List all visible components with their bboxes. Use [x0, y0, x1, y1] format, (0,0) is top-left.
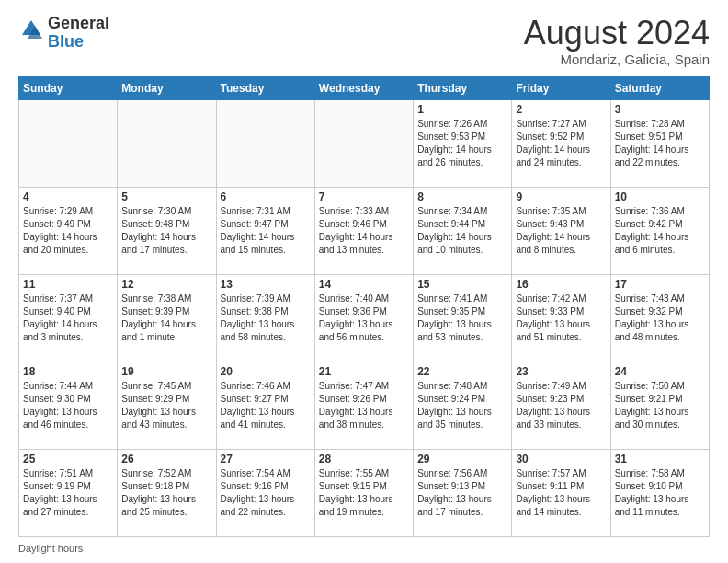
calendar-week-2: 4Sunrise: 7:29 AMSunset: 9:49 PMDaylight… — [19, 187, 710, 274]
logo-text: General Blue — [48, 15, 109, 52]
day-info: Sunrise: 7:50 AMSunset: 9:21 PMDaylight:… — [615, 380, 705, 431]
calendar-week-3: 11Sunrise: 7:37 AMSunset: 9:40 PMDayligh… — [19, 274, 710, 362]
day-info: Sunrise: 7:38 AMSunset: 9:39 PMDaylight:… — [121, 293, 211, 344]
day-info: Sunrise: 7:27 AMSunset: 9:52 PMDaylight:… — [516, 118, 606, 169]
day-number: 8 — [417, 190, 507, 203]
footer: Daylight hours — [18, 543, 710, 554]
logo-blue: Blue — [48, 33, 109, 52]
calendar-cell: 29Sunrise: 7:56 AMSunset: 9:13 PMDayligh… — [414, 449, 512, 536]
calendar-cell: 30Sunrise: 7:57 AMSunset: 9:11 PMDayligh… — [512, 449, 610, 536]
day-number: 23 — [516, 365, 606, 378]
day-number: 7 — [319, 190, 409, 203]
day-number: 20 — [221, 365, 311, 378]
calendar-cell: 2Sunrise: 7:27 AMSunset: 9:52 PMDaylight… — [512, 99, 610, 187]
calendar-header-tuesday: Tuesday — [216, 76, 314, 99]
day-number: 14 — [319, 278, 409, 291]
day-info: Sunrise: 7:36 AMSunset: 9:42 PMDaylight:… — [615, 205, 705, 257]
calendar-cell: 21Sunrise: 7:47 AMSunset: 9:26 PMDayligh… — [314, 362, 413, 449]
day-number: 25 — [23, 453, 113, 465]
logo-icon — [18, 17, 44, 42]
calendar-week-5: 25Sunrise: 7:51 AMSunset: 9:19 PMDayligh… — [19, 449, 710, 536]
calendar-header-monday: Monday — [118, 76, 216, 99]
day-number: 28 — [319, 453, 409, 465]
footer-label: Daylight hours — [18, 543, 83, 554]
day-info: Sunrise: 7:51 AMSunset: 9:19 PMDaylight:… — [23, 467, 113, 519]
day-info: Sunrise: 7:52 AMSunset: 9:18 PMDaylight:… — [121, 467, 211, 519]
calendar-cell: 6Sunrise: 7:31 AMSunset: 9:47 PMDaylight… — [216, 187, 314, 274]
day-number: 27 — [221, 453, 311, 465]
day-info: Sunrise: 7:55 AMSunset: 9:15 PMDaylight:… — [319, 467, 409, 519]
day-number: 18 — [23, 365, 113, 378]
calendar-header-thursday: Thursday — [414, 76, 512, 99]
calendar-cell: 13Sunrise: 7:39 AMSunset: 9:38 PMDayligh… — [216, 274, 314, 362]
day-info: Sunrise: 7:49 AMSunset: 9:23 PMDaylight:… — [516, 380, 606, 431]
calendar-cell: 20Sunrise: 7:46 AMSunset: 9:27 PMDayligh… — [216, 362, 314, 449]
day-number: 13 — [221, 278, 311, 291]
header: General Blue August 2024 Mondariz, Galic… — [18, 15, 710, 67]
calendar-cell: 18Sunrise: 7:44 AMSunset: 9:30 PMDayligh… — [19, 362, 118, 449]
day-info: Sunrise: 7:44 AMSunset: 9:30 PMDaylight:… — [23, 380, 113, 431]
day-info: Sunrise: 7:58 AMSunset: 9:10 PMDaylight:… — [615, 467, 705, 519]
day-info: Sunrise: 7:48 AMSunset: 9:24 PMDaylight:… — [417, 380, 507, 431]
day-info: Sunrise: 7:54 AMSunset: 9:16 PMDaylight:… — [221, 467, 311, 519]
calendar-header-sunday: Sunday — [19, 76, 118, 99]
day-number: 1 — [417, 103, 507, 116]
day-number: 11 — [23, 278, 113, 291]
day-number: 16 — [516, 278, 606, 291]
day-info: Sunrise: 7:46 AMSunset: 9:27 PMDaylight:… — [221, 380, 311, 431]
calendar-cell: 17Sunrise: 7:43 AMSunset: 9:32 PMDayligh… — [610, 274, 709, 362]
day-info: Sunrise: 7:41 AMSunset: 9:35 PMDaylight:… — [417, 293, 507, 344]
calendar-cell: 12Sunrise: 7:38 AMSunset: 9:39 PMDayligh… — [118, 274, 216, 362]
day-number: 4 — [23, 190, 113, 203]
day-info: Sunrise: 7:28 AMSunset: 9:51 PMDaylight:… — [615, 118, 705, 169]
day-number: 2 — [516, 103, 606, 116]
day-info: Sunrise: 7:42 AMSunset: 9:33 PMDaylight:… — [516, 293, 606, 344]
day-info: Sunrise: 7:37 AMSunset: 9:40 PMDaylight:… — [23, 293, 113, 344]
calendar-cell: 10Sunrise: 7:36 AMSunset: 9:42 PMDayligh… — [610, 187, 709, 274]
calendar-cell — [19, 99, 118, 187]
calendar-week-4: 18Sunrise: 7:44 AMSunset: 9:30 PMDayligh… — [19, 362, 710, 449]
calendar-header-saturday: Saturday — [610, 76, 709, 99]
day-number: 17 — [615, 278, 705, 291]
day-info: Sunrise: 7:56 AMSunset: 9:13 PMDaylight:… — [417, 467, 507, 519]
day-info: Sunrise: 7:29 AMSunset: 9:49 PMDaylight:… — [23, 205, 113, 257]
calendar-cell: 9Sunrise: 7:35 AMSunset: 9:43 PMDaylight… — [512, 187, 610, 274]
month-title: August 2024 — [524, 15, 710, 52]
day-info: Sunrise: 7:33 AMSunset: 9:46 PMDaylight:… — [319, 205, 409, 257]
calendar-cell — [314, 99, 413, 187]
day-info: Sunrise: 7:35 AMSunset: 9:43 PMDaylight:… — [516, 205, 606, 257]
day-number: 3 — [615, 103, 705, 116]
calendar-week-1: 1Sunrise: 7:26 AMSunset: 9:53 PMDaylight… — [19, 99, 710, 187]
calendar-cell: 28Sunrise: 7:55 AMSunset: 9:15 PMDayligh… — [314, 449, 413, 536]
day-number: 30 — [516, 453, 606, 465]
calendar-cell: 19Sunrise: 7:45 AMSunset: 9:29 PMDayligh… — [118, 362, 216, 449]
day-number: 10 — [615, 190, 705, 203]
calendar-cell — [118, 99, 216, 187]
day-number: 29 — [417, 453, 507, 465]
location: Mondariz, Galicia, Spain — [524, 52, 710, 67]
day-number: 24 — [615, 365, 705, 378]
calendar-cell: 26Sunrise: 7:52 AMSunset: 9:18 PMDayligh… — [118, 449, 216, 536]
day-number: 5 — [121, 190, 211, 203]
calendar-cell: 24Sunrise: 7:50 AMSunset: 9:21 PMDayligh… — [610, 362, 709, 449]
logo: General Blue — [18, 15, 109, 52]
calendar-cell: 3Sunrise: 7:28 AMSunset: 9:51 PMDaylight… — [610, 99, 709, 187]
calendar-cell: 4Sunrise: 7:29 AMSunset: 9:49 PMDaylight… — [19, 187, 118, 274]
page: General Blue August 2024 Mondariz, Galic… — [0, 0, 728, 563]
day-number: 31 — [615, 453, 705, 465]
calendar-cell: 14Sunrise: 7:40 AMSunset: 9:36 PMDayligh… — [314, 274, 413, 362]
calendar-cell: 8Sunrise: 7:34 AMSunset: 9:44 PMDaylight… — [414, 187, 512, 274]
calendar-cell: 11Sunrise: 7:37 AMSunset: 9:40 PMDayligh… — [19, 274, 118, 362]
title-block: August 2024 Mondariz, Galicia, Spain — [524, 15, 710, 67]
logo-general: General — [48, 15, 109, 33]
calendar-cell: 31Sunrise: 7:58 AMSunset: 9:10 PMDayligh… — [610, 449, 709, 536]
calendar-header-friday: Friday — [512, 76, 610, 99]
calendar-header-row: SundayMondayTuesdayWednesdayThursdayFrid… — [19, 76, 710, 99]
day-number: 26 — [121, 453, 211, 465]
day-number: 9 — [516, 190, 606, 203]
day-number: 12 — [121, 278, 211, 291]
day-info: Sunrise: 7:45 AMSunset: 9:29 PMDaylight:… — [121, 380, 211, 431]
calendar-cell: 23Sunrise: 7:49 AMSunset: 9:23 PMDayligh… — [512, 362, 610, 449]
day-info: Sunrise: 7:40 AMSunset: 9:36 PMDaylight:… — [319, 293, 409, 344]
day-number: 6 — [221, 190, 311, 203]
